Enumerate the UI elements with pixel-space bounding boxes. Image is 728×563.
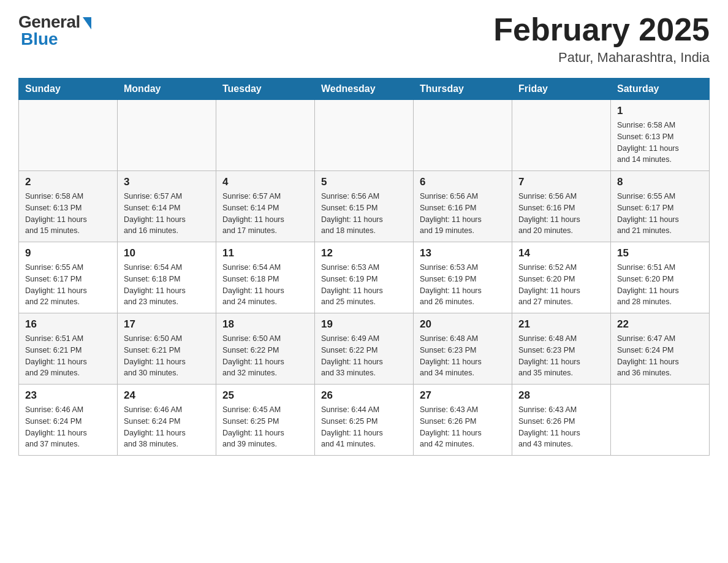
calendar-cell	[512, 100, 611, 171]
calendar-cell	[315, 100, 414, 171]
day-info: Sunrise: 6:58 AM Sunset: 6:13 PM Dayligh…	[617, 120, 703, 166]
day-info: Sunrise: 6:53 AM Sunset: 6:19 PM Dayligh…	[321, 262, 407, 308]
calendar-cell: 6Sunrise: 6:56 AM Sunset: 6:16 PM Daylig…	[414, 171, 512, 242]
calendar-cell	[611, 385, 710, 456]
day-number: 14	[518, 247, 604, 259]
day-number: 28	[518, 389, 604, 402]
day-info: Sunrise: 6:55 AM Sunset: 6:17 PM Dayligh…	[617, 191, 703, 237]
day-of-week-header: Wednesday	[315, 79, 414, 100]
calendar-cell: 13Sunrise: 6:53 AM Sunset: 6:19 PM Dayli…	[414, 242, 512, 313]
calendar-cell: 7Sunrise: 6:56 AM Sunset: 6:16 PM Daylig…	[512, 171, 611, 242]
day-number: 6	[420, 176, 506, 188]
day-info: Sunrise: 6:44 AM Sunset: 6:25 PM Dayligh…	[321, 404, 407, 450]
logo: General Blue	[18, 12, 91, 49]
calendar-cell	[19, 100, 118, 171]
day-info: Sunrise: 6:53 AM Sunset: 6:19 PM Dayligh…	[420, 262, 506, 308]
day-info: Sunrise: 6:58 AM Sunset: 6:13 PM Dayligh…	[25, 191, 111, 237]
day-info: Sunrise: 6:50 AM Sunset: 6:21 PM Dayligh…	[124, 333, 210, 379]
day-info: Sunrise: 6:51 AM Sunset: 6:21 PM Dayligh…	[25, 333, 111, 379]
day-number: 27	[420, 389, 506, 402]
day-info: Sunrise: 6:55 AM Sunset: 6:17 PM Dayligh…	[25, 262, 111, 308]
day-info: Sunrise: 6:56 AM Sunset: 6:16 PM Dayligh…	[420, 191, 506, 237]
calendar-cell: 22Sunrise: 6:47 AM Sunset: 6:24 PM Dayli…	[611, 313, 710, 385]
calendar-cell: 4Sunrise: 6:57 AM Sunset: 6:14 PM Daylig…	[216, 171, 315, 242]
day-info: Sunrise: 6:46 AM Sunset: 6:24 PM Dayligh…	[25, 404, 111, 450]
logo-arrow-icon	[83, 17, 91, 29]
day-number: 5	[321, 176, 407, 188]
day-number: 16	[25, 318, 111, 331]
calendar-week-row: 2Sunrise: 6:58 AM Sunset: 6:13 PM Daylig…	[19, 171, 710, 242]
day-of-week-header: Saturday	[611, 79, 710, 100]
day-info: Sunrise: 6:57 AM Sunset: 6:14 PM Dayligh…	[124, 191, 210, 237]
day-number: 19	[321, 318, 407, 331]
day-number: 15	[617, 247, 703, 259]
calendar-cell: 14Sunrise: 6:52 AM Sunset: 6:20 PM Dayli…	[512, 242, 611, 313]
day-info: Sunrise: 6:50 AM Sunset: 6:22 PM Dayligh…	[222, 333, 308, 379]
day-number: 7	[518, 176, 604, 188]
day-number: 17	[124, 318, 210, 331]
day-number: 9	[25, 247, 111, 259]
day-of-week-header: Tuesday	[216, 79, 315, 100]
calendar-header-row: SundayMondayTuesdayWednesdayThursdayFrid…	[19, 79, 710, 100]
day-number: 4	[222, 176, 308, 188]
calendar-cell: 5Sunrise: 6:56 AM Sunset: 6:15 PM Daylig…	[315, 171, 414, 242]
calendar-cell	[118, 100, 216, 171]
calendar-cell: 17Sunrise: 6:50 AM Sunset: 6:21 PM Dayli…	[118, 313, 216, 385]
calendar-cell: 11Sunrise: 6:54 AM Sunset: 6:18 PM Dayli…	[216, 242, 315, 313]
calendar-cell: 18Sunrise: 6:50 AM Sunset: 6:22 PM Dayli…	[216, 313, 315, 385]
day-info: Sunrise: 6:45 AM Sunset: 6:25 PM Dayligh…	[222, 404, 308, 450]
day-number: 22	[617, 318, 703, 331]
calendar-week-row: 1Sunrise: 6:58 AM Sunset: 6:13 PM Daylig…	[19, 100, 710, 171]
calendar-cell: 27Sunrise: 6:43 AM Sunset: 6:26 PM Dayli…	[414, 385, 512, 456]
calendar-cell: 1Sunrise: 6:58 AM Sunset: 6:13 PM Daylig…	[611, 100, 710, 171]
calendar-cell: 2Sunrise: 6:58 AM Sunset: 6:13 PM Daylig…	[19, 171, 118, 242]
day-of-week-header: Sunday	[19, 79, 118, 100]
calendar-cell: 10Sunrise: 6:54 AM Sunset: 6:18 PM Dayli…	[118, 242, 216, 313]
page-header: General Blue February 2025 Patur, Mahara…	[18, 12, 710, 66]
calendar-cell	[216, 100, 315, 171]
day-number: 24	[124, 389, 210, 402]
day-number: 13	[420, 247, 506, 259]
day-number: 12	[321, 247, 407, 259]
day-of-week-header: Friday	[512, 79, 611, 100]
day-info: Sunrise: 6:48 AM Sunset: 6:23 PM Dayligh…	[420, 333, 506, 379]
day-number: 8	[617, 176, 703, 188]
day-info: Sunrise: 6:54 AM Sunset: 6:18 PM Dayligh…	[222, 262, 308, 308]
day-number: 26	[321, 389, 407, 402]
day-info: Sunrise: 6:51 AM Sunset: 6:20 PM Dayligh…	[617, 262, 703, 308]
day-info: Sunrise: 6:48 AM Sunset: 6:23 PM Dayligh…	[518, 333, 604, 379]
day-number: 2	[25, 176, 111, 188]
calendar-cell: 24Sunrise: 6:46 AM Sunset: 6:24 PM Dayli…	[118, 385, 216, 456]
day-info: Sunrise: 6:43 AM Sunset: 6:26 PM Dayligh…	[518, 404, 604, 450]
day-number: 3	[124, 176, 210, 188]
calendar-cell: 28Sunrise: 6:43 AM Sunset: 6:26 PM Dayli…	[512, 385, 611, 456]
day-number: 25	[222, 389, 308, 402]
calendar-cell	[414, 100, 512, 171]
calendar-cell: 16Sunrise: 6:51 AM Sunset: 6:21 PM Dayli…	[19, 313, 118, 385]
calendar-cell: 9Sunrise: 6:55 AM Sunset: 6:17 PM Daylig…	[19, 242, 118, 313]
location: Patur, Maharashtra, India	[493, 50, 710, 66]
calendar-cell: 23Sunrise: 6:46 AM Sunset: 6:24 PM Dayli…	[19, 385, 118, 456]
day-number: 11	[222, 247, 308, 259]
calendar-week-row: 16Sunrise: 6:51 AM Sunset: 6:21 PM Dayli…	[19, 313, 710, 385]
calendar-cell: 8Sunrise: 6:55 AM Sunset: 6:17 PM Daylig…	[611, 171, 710, 242]
calendar-table: SundayMondayTuesdayWednesdayThursdayFrid…	[18, 78, 710, 456]
day-info: Sunrise: 6:52 AM Sunset: 6:20 PM Dayligh…	[518, 262, 604, 308]
day-of-week-header: Thursday	[414, 79, 512, 100]
calendar-cell: 26Sunrise: 6:44 AM Sunset: 6:25 PM Dayli…	[315, 385, 414, 456]
calendar-cell: 15Sunrise: 6:51 AM Sunset: 6:20 PM Dayli…	[611, 242, 710, 313]
title-area: February 2025 Patur, Maharashtra, India	[493, 12, 710, 66]
day-number: 23	[25, 389, 111, 402]
calendar-week-row: 9Sunrise: 6:55 AM Sunset: 6:17 PM Daylig…	[19, 242, 710, 313]
calendar-cell: 20Sunrise: 6:48 AM Sunset: 6:23 PM Dayli…	[414, 313, 512, 385]
day-info: Sunrise: 6:47 AM Sunset: 6:24 PM Dayligh…	[617, 333, 703, 379]
calendar-cell: 3Sunrise: 6:57 AM Sunset: 6:14 PM Daylig…	[118, 171, 216, 242]
day-number: 1	[617, 105, 703, 117]
day-number: 21	[518, 318, 604, 331]
month-title: February 2025	[493, 12, 710, 47]
calendar-cell: 21Sunrise: 6:48 AM Sunset: 6:23 PM Dayli…	[512, 313, 611, 385]
calendar-cell: 12Sunrise: 6:53 AM Sunset: 6:19 PM Dayli…	[315, 242, 414, 313]
day-info: Sunrise: 6:43 AM Sunset: 6:26 PM Dayligh…	[420, 404, 506, 450]
day-info: Sunrise: 6:54 AM Sunset: 6:18 PM Dayligh…	[124, 262, 210, 308]
day-info: Sunrise: 6:56 AM Sunset: 6:15 PM Dayligh…	[321, 191, 407, 237]
